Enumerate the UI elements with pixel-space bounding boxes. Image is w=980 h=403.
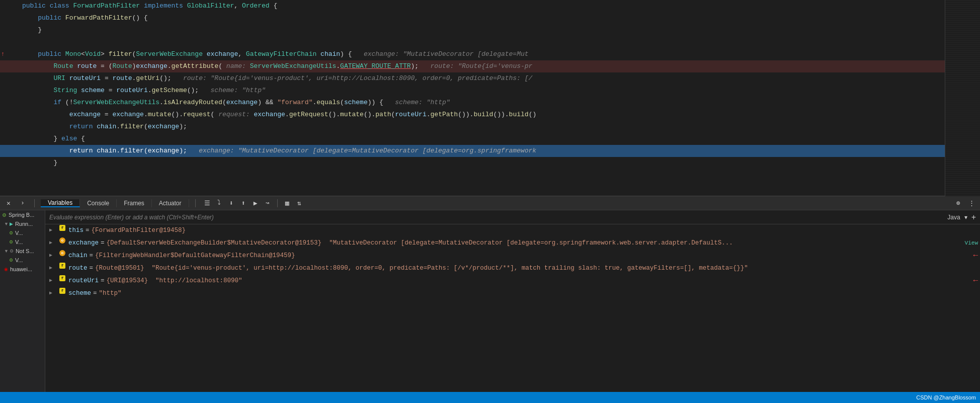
expand-route[interactable]: ▶ — [49, 263, 57, 274]
sort-icon[interactable]: ⇅ — [294, 198, 305, 209]
filter-icon[interactable]: ☰ — [202, 198, 213, 209]
toolbar-right: ⊕ ⋮ — [953, 198, 977, 209]
var-value-route: {Route@19501} "Route{id='venus-product',… — [95, 263, 978, 274]
tab-console[interactable]: Console — [80, 199, 117, 207]
var-value-scheme: "http" — [99, 288, 978, 299]
var-eq5: = — [101, 275, 105, 286]
tab-variables[interactable]: Variables — [41, 199, 80, 207]
var-eq2: = — [101, 237, 105, 249]
variables-list[interactable]: ▶ f this = {ForwardPathFilter@19458} ▶ — [45, 224, 980, 403]
line-code[interactable]: } — [18, 25, 945, 36]
expand-this[interactable]: ▶ — [49, 225, 57, 236]
sidebar-item-huawei[interactable]: ◉ huawei... — [0, 265, 45, 274]
line-code[interactable]: } else { — [18, 133, 945, 144]
var-value-this: {ForwardPathFilter@19458} — [92, 225, 978, 236]
code-line: if (!ServerWebExchangeUtils.isAlreadyRou… — [0, 97, 945, 109]
line-code[interactable]: Route route = (Route)exchange.getAttribu… — [18, 61, 945, 72]
main-layout: public class ForwardPathFilter implement… — [0, 0, 980, 403]
debug-content: ⚙ Spring B... ▼ ▶ Runn... ⚙ V... ⚙ V... — [0, 210, 980, 403]
run-to-cursor-icon[interactable]: ↝ — [262, 198, 273, 209]
sidebar-item-spring[interactable]: ⚙ Spring B... — [0, 210, 45, 219]
code-editor-section: public class ForwardPathFilter implement… — [0, 0, 980, 196]
var-item-route[interactable]: ▶ f route = {Route@19501} "Route{id='ven… — [45, 262, 980, 275]
sidebar-huawei-label: huawei... — [10, 266, 32, 272]
code-line: ↑ public Mono<Void> filter(ServerWebExch… — [0, 48, 945, 60]
sidebar-item-v1[interactable]: ⚙ V... — [0, 228, 45, 237]
field-icon3: f — [59, 275, 65, 281]
more-icon[interactable]: ⋮ — [966, 198, 977, 209]
code-line-selected: return chain.filter(exchange); exchange:… — [0, 145, 945, 157]
expand-exchange[interactable]: ▶ — [49, 237, 57, 249]
line-code[interactable]: String scheme = routeUri.getScheme(); sc… — [18, 85, 945, 96]
code-line: public class ForwardPathFilter implement… — [0, 0, 945, 12]
close-button[interactable]: ✕ — [3, 198, 14, 209]
step-over-icon[interactable]: ⤵ — [214, 198, 225, 209]
line-code[interactable]: exchange = exchange.mutate().request( re… — [18, 109, 945, 120]
sub-icon3: ⚙ — [9, 258, 13, 263]
var-item-routeuri[interactable]: ▶ f routeUri = {URI@19534} "http://local… — [45, 275, 980, 287]
grid-view-icon[interactable]: ▦ — [282, 198, 293, 209]
line-code[interactable]: return chain.filter(exchange); exchange:… — [18, 145, 945, 156]
expression-placeholder[interactable]: Evaluate expression (Enter) or add a wat… — [49, 214, 214, 221]
line-code[interactable]: public class ForwardPathFilter implement… — [18, 1, 945, 12]
var-value-chain: {FilteringWebHandler$DefaultGatewayFilte… — [95, 250, 969, 261]
tab-frames[interactable]: Frames — [117, 199, 152, 207]
line-code[interactable]: URI routeUri = route.getUri(); route: "R… — [18, 73, 945, 84]
status-bar: CSDN @ZhangBlossom — [0, 392, 980, 403]
code-line: } else { — [0, 133, 945, 145]
sidebar-item-not[interactable]: ▼ ⚙ Not S... — [0, 247, 45, 256]
var-name-routeuri: routeUri — [68, 275, 99, 286]
debug-sidebar: ⚙ Spring B... ▼ ▶ Runn... ⚙ V... ⚙ V... — [0, 210, 45, 403]
run-icon: ▶ — [10, 221, 13, 226]
sidebar-item-run[interactable]: ▼ ▶ Runn... — [0, 219, 45, 228]
expand-button[interactable]: › — [17, 198, 28, 209]
orange-icon: o — [59, 237, 65, 244]
var-name-scheme: scheme — [68, 288, 91, 299]
sidebar-item-v2[interactable]: ⚙ V... — [0, 237, 45, 247]
line-code[interactable] — [18, 37, 945, 48]
var-icon-exchange: o — [58, 237, 66, 244]
expression-bar-right: Java ▾ + — [947, 213, 976, 222]
spring-icon: ⚙ — [2, 212, 7, 218]
debug-toolbar-icons: ☰ ⤵ ⬇ ⬆ ▶ ↝ ▦ ⇅ — [202, 198, 950, 209]
var-item-scheme[interactable]: ▶ f scheme = "http" — [45, 287, 980, 300]
view-link-exchange[interactable]: View — [965, 237, 978, 249]
var-item-chain[interactable]: ▶ o chain = {FilteringWebHandler$Default… — [45, 250, 980, 262]
orange-icon2: o — [59, 250, 65, 256]
var-item-exchange[interactable]: ▶ o exchange = {DefaultServerWebExchange… — [45, 237, 980, 250]
language-dropdown-icon[interactable]: ▾ — [964, 214, 967, 221]
var-value-routeuri: {URI@19534} "http://localhost:8090" — [107, 275, 969, 286]
var-name-exchange: exchange — [68, 237, 99, 249]
var-icon-chain: o — [58, 250, 66, 256]
line-code[interactable]: } — [18, 157, 945, 169]
sidebar-v1-label: V... — [15, 230, 23, 236]
step-out-icon[interactable]: ⬆ — [238, 198, 249, 209]
line-code[interactable]: if (!ServerWebExchangeUtils.isAlreadyRou… — [18, 97, 945, 108]
var-eq3: = — [90, 250, 94, 261]
expand-scheme[interactable]: ▶ — [49, 288, 57, 299]
step-into-icon[interactable]: ⬇ — [226, 198, 237, 209]
var-icon-route: f — [58, 263, 66, 269]
field-icon2: f — [59, 263, 65, 269]
line-code[interactable]: return chain.filter(exchange); — [18, 121, 945, 132]
var-item-this[interactable]: ▶ f this = {ForwardPathFilter@19458} — [45, 224, 980, 237]
line-code[interactable]: public ForwardPathFilter() { — [18, 13, 945, 24]
add-watch-icon[interactable]: + — [971, 213, 976, 222]
code-line: String scheme = routeUri.getScheme(); sc… — [0, 85, 945, 97]
code-line: public ForwardPathFilter() { — [0, 12, 945, 24]
expand-chain[interactable]: ▶ — [49, 250, 57, 261]
expression-bar: Evaluate expression (Enter) or add a wat… — [45, 210, 980, 224]
code-line: } — [0, 157, 945, 169]
debugger-area: ✕ › Variables Console Frames Actuator ☰ … — [0, 196, 980, 403]
minimap — [945, 0, 980, 196]
expand-icon: ▼ — [4, 221, 9, 226]
resume-icon[interactable]: ▶ — [250, 198, 261, 209]
sidebar-item-v3[interactable]: ⚙ V... — [0, 256, 45, 265]
settings-icon[interactable]: ⊕ — [953, 198, 964, 209]
tab-actuator[interactable]: Actuator — [152, 199, 189, 207]
line-code[interactable]: public Mono<Void> filter(ServerWebExchan… — [18, 49, 945, 60]
expand-icon2: ▼ — [4, 249, 9, 254]
expand-routeuri[interactable]: ▶ — [49, 275, 57, 286]
var-icon-routeuri: f — [58, 275, 66, 281]
sub-icon2: ⚙ — [9, 239, 13, 245]
